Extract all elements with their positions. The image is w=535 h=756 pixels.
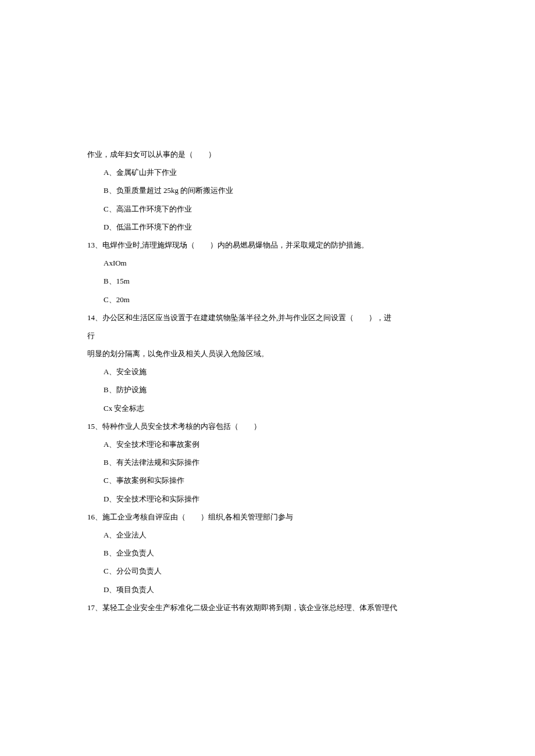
q16-stem: 16、施工企业考核自评应由（ ）组织,各相关管理部门参与 <box>87 508 448 526</box>
q12-option-c: C、高温工作环境下的作业 <box>87 200 448 218</box>
q14-stem-line2: 行 <box>87 327 448 345</box>
q15-option-a: A、安全技术理论和事故案例 <box>87 435 448 453</box>
q12-option-d: D、低温工作环境下的作业 <box>87 218 448 236</box>
q12-option-b: B、负重质量超过 25kg 的间断搬运作业 <box>87 181 448 199</box>
q14-option-b: B、防护设施 <box>87 381 448 399</box>
q15-stem: 15、特种作业人员安全技术考核的内容包括（ ） <box>87 417 448 435</box>
q15-option-b: B、有关法律法规和实际操作 <box>87 453 448 471</box>
q12-stem: 作业，成年妇女可以从事的是（ ） <box>87 145 448 163</box>
q14-option-a: A、安全设施 <box>87 363 448 381</box>
q15-option-c: C、事故案例和实际操作 <box>87 471 448 489</box>
q16-option-d: D、项目负责人 <box>87 581 448 599</box>
q17-stem: 17、某轻工企业安全生产标准化二级企业证书有效期即将到期，该企业张总经理、体系管… <box>87 599 448 617</box>
q13-option-b: B、15m <box>87 272 448 290</box>
q12-option-a: A、金属矿山井下作业 <box>87 163 448 181</box>
q15-option-d: D、安全技术理论和实际操作 <box>87 490 448 508</box>
q16-option-c: C、分公司负责人 <box>87 562 448 580</box>
q16-option-b: B、企业负责人 <box>87 544 448 562</box>
q14-stem-line1: 14、办公区和生活区应当设置于在建建筑物坠落半径之外,并与作业区之间设置（ ），… <box>87 309 448 327</box>
q13-stem: 13、电焊作业时,清理施焊现场（ ）内的易燃易爆物品，并采取规定的防护措施。 <box>87 236 448 254</box>
q14-option-c: Cx 安全标志 <box>87 399 448 417</box>
q13-option-a: AxIOm <box>87 254 448 272</box>
q14-stem-line3: 明显的划分隔离，以免作业及相关人员误入危险区域。 <box>87 345 448 363</box>
q16-option-a: A、企业法人 <box>87 526 448 544</box>
q13-option-c: C、20m <box>87 291 448 309</box>
